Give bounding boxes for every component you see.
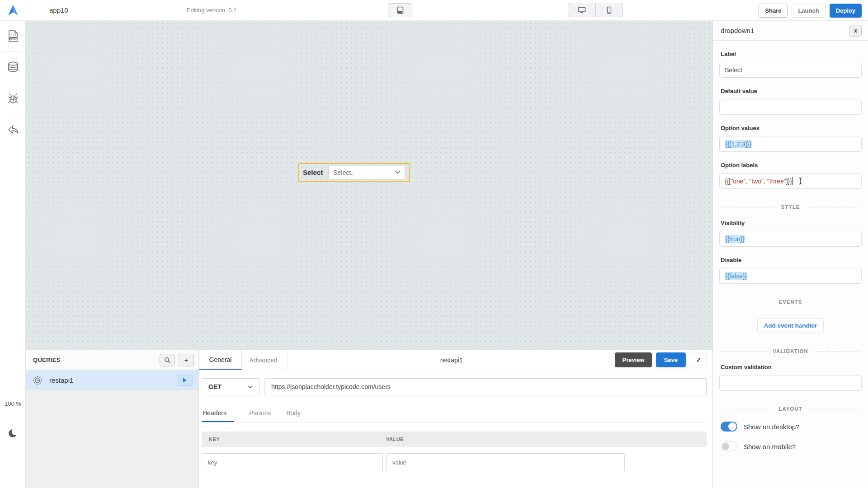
header-key-input[interactable] [202, 453, 383, 471]
custom-validation-input[interactable] [719, 375, 862, 391]
option-values-input[interactable]: {{[1,2,3]}} [719, 136, 862, 152]
visibility-input[interactable]: {{true}} [719, 231, 862, 247]
query-editor-header: General Advanced restapi1 Preview Save [199, 350, 712, 370]
request-row: GET [202, 378, 707, 395]
json-file-icon: {:} JSON [7, 30, 19, 42]
deploy-button[interactable]: Deploy [830, 4, 862, 18]
app-builder: app10 Editing version: 0.1 [0, 0, 868, 488]
editor-actions: Preview Save [615, 350, 712, 370]
option-values-label: Option values [721, 125, 860, 131]
canvas-device-button[interactable] [388, 3, 412, 17]
key-column-header: KEY [209, 436, 386, 442]
widget-inspector: dropdown1 x Label Select Default value O… [712, 21, 868, 488]
logo-icon [7, 5, 19, 16]
run-query-button[interactable] [177, 375, 193, 386]
disable-input[interactable]: {{false}} [719, 268, 862, 284]
inspector-widget-name: dropdown1 [721, 27, 754, 34]
undo-arrow-icon [7, 124, 19, 135]
dropdown1-widget[interactable]: Select Select.. [298, 163, 410, 182]
sidebar-divider [3, 416, 23, 416]
custom-validation-label: Custom validation [721, 364, 860, 371]
events-section-header: EVENTS [721, 299, 860, 305]
label-property-input[interactable]: Select [719, 62, 862, 78]
show-on-desktop-toggle[interactable] [721, 422, 737, 432]
header-value-input[interactable] [386, 453, 625, 471]
query-editor: General Advanced restapi1 Preview Save G… [199, 350, 712, 488]
tab-advanced[interactable]: Advanced [242, 350, 285, 370]
mobile-icon [607, 6, 612, 14]
app-canvas[interactable]: Select Select.. [26, 21, 712, 350]
show-on-desktop-label: Show on desktop? [744, 423, 799, 431]
text-caret [793, 177, 793, 185]
editor-tabs: General Advanced [199, 350, 288, 370]
query-list-item[interactable]: restapi1 [26, 370, 198, 390]
queries-title: QUERIES [33, 357, 156, 363]
search-queries-button[interactable] [160, 354, 175, 366]
share-button[interactable]: Share [759, 4, 788, 18]
dark-mode-toggle[interactable] [0, 427, 26, 439]
dropdown-widget-select[interactable]: Select.. [328, 166, 405, 179]
query-name: restapi1 [49, 376, 177, 384]
show-on-mobile-label: Show on mobile? [744, 443, 796, 450]
add-event-handler-button[interactable]: Add event handler [757, 318, 824, 333]
queries-panel: QUERIES + restapi1 [26, 350, 199, 488]
disable-code: {{false}} [725, 272, 747, 280]
show-on-mobile-row: Show on mobile? [721, 441, 860, 451]
left-sidebar: {:} JSON [0, 21, 26, 488]
style-section-header: STYLE [721, 204, 860, 210]
toggle-knob [728, 422, 736, 431]
tab-body[interactable]: Body [286, 405, 301, 422]
default-value-input[interactable] [719, 99, 862, 115]
option-values-code: {{[1,2,3]}} [725, 140, 752, 148]
option-labels-input[interactable]: {{["one", "two", "three"]}} [719, 173, 862, 189]
expand-editor-button[interactable] [690, 353, 707, 367]
visibility-label: Visibility [721, 220, 860, 226]
sidebar-item-inspector[interactable]: {:} JSON [0, 21, 26, 52]
preview-button[interactable]: Preview [615, 352, 651, 367]
launch-button[interactable]: Launch [792, 4, 825, 18]
desktop-view-button[interactable] [568, 3, 595, 17]
device-preview-toggle [568, 3, 623, 17]
close-inspector-button[interactable]: x [849, 25, 862, 37]
http-method-value: GET [208, 383, 222, 390]
chevron-down-icon [395, 171, 400, 174]
zoom-level-label: 100 % [0, 400, 26, 407]
tab-headers[interactable]: Headers [202, 405, 234, 422]
add-query-button[interactable]: + [179, 354, 194, 366]
search-icon [164, 357, 170, 363]
app-logo[interactable] [0, 5, 26, 16]
chevron-down-icon [248, 385, 253, 389]
disable-label: Disable [721, 257, 860, 263]
sidebar-item-datasources[interactable] [0, 52, 26, 83]
value-column-header: VALUE [386, 436, 404, 442]
save-button[interactable]: Save [656, 352, 686, 367]
expand-icon [696, 357, 702, 363]
label-property-value: Select [725, 66, 742, 74]
url-input[interactable] [264, 378, 707, 395]
http-method-select[interactable]: GET [202, 378, 259, 395]
tab-general[interactable]: General [199, 350, 242, 370]
mobile-view-button[interactable] [595, 3, 623, 17]
editor-divider [202, 485, 707, 485]
sidebar-item-debugger[interactable] [0, 83, 26, 114]
tablet-icon [397, 6, 404, 14]
sidebar-item-undo[interactable] [0, 114, 26, 145]
desktop-icon [578, 7, 586, 14]
show-on-mobile-toggle[interactable] [721, 441, 737, 451]
play-icon [183, 378, 187, 383]
kv-table-row [202, 453, 712, 471]
ibeam-cursor-icon [798, 177, 803, 185]
validation-section-header: VALIDATION [721, 348, 860, 354]
show-on-desktop-row: Show on desktop? [721, 422, 860, 432]
tab-params[interactable]: Params [249, 405, 271, 422]
visibility-code: {{true}} [725, 235, 745, 243]
dropdown-placeholder: Select.. [333, 169, 354, 176]
layout-section-header: LAYOUT [721, 406, 860, 412]
request-config-tabs: Headers Params Body [202, 405, 707, 422]
rest-api-icon [32, 375, 43, 386]
query-editor-title: restapi1 [288, 350, 615, 370]
moon-icon [7, 427, 19, 439]
editing-version-label: Editing version: 0.1 [187, 7, 237, 14]
app-title: app10 [49, 6, 68, 14]
database-icon [7, 61, 19, 74]
